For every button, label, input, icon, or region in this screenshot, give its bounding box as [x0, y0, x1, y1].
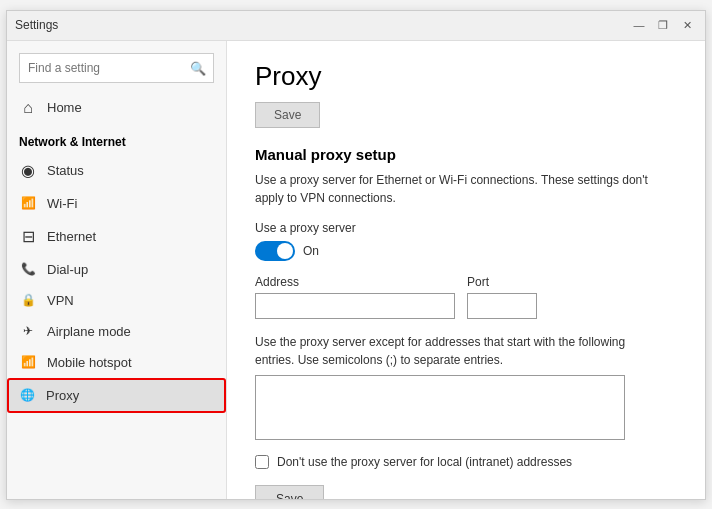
maximize-button[interactable]: ❐	[653, 15, 673, 35]
window-title: Settings	[15, 18, 58, 32]
search-icon: 🔍	[190, 60, 206, 75]
checkbox-row: Don't use the proxy server for local (in…	[255, 455, 677, 469]
sidebar-top: 🔍	[7, 41, 226, 91]
titlebar: Settings — ❐ ✕	[7, 11, 705, 41]
proxy-icon: 🌐	[18, 388, 36, 402]
sidebar-item-proxy[interactable]: 🌐 Proxy	[7, 378, 226, 413]
port-label: Port	[467, 275, 537, 289]
window-controls: — ❐ ✕	[629, 15, 697, 35]
sidebar-item-home[interactable]: ⌂ Home	[7, 91, 226, 125]
port-input[interactable]	[467, 293, 537, 319]
page-title: Proxy	[255, 61, 677, 92]
sidebar-item-airplane[interactable]: ✈ Airplane mode	[7, 316, 226, 347]
save-button[interactable]: Save	[255, 485, 324, 499]
content-area: 🔍 ⌂ Home Network & Internet ◉ Status 📶 W…	[7, 41, 705, 499]
sidebar-item-vpn-label: VPN	[47, 293, 74, 308]
search-input[interactable]	[19, 53, 214, 83]
port-field-group: Port	[467, 275, 537, 319]
sidebar-item-wifi[interactable]: 📶 Wi-Fi	[7, 188, 226, 219]
sidebar-item-hotspot[interactable]: 📶 Mobile hotspot	[7, 347, 226, 378]
section-title: Manual proxy setup	[255, 146, 677, 163]
address-row: Address Port	[255, 275, 677, 319]
main-content: Proxy Save Manual proxy setup Use a prox…	[227, 41, 705, 499]
wifi-icon: 📶	[19, 196, 37, 210]
home-icon: ⌂	[19, 99, 37, 117]
exceptions-description: Use the proxy server except for addresse…	[255, 333, 655, 369]
airplane-icon: ✈	[19, 324, 37, 338]
sidebar-item-hotspot-label: Mobile hotspot	[47, 355, 132, 370]
sidebar-item-home-label: Home	[47, 100, 82, 115]
sidebar-item-status-label: Status	[47, 163, 84, 178]
sidebar-item-airplane-label: Airplane mode	[47, 324, 131, 339]
sidebar-item-ethernet-label: Ethernet	[47, 229, 96, 244]
proxy-description: Use a proxy server for Ethernet or Wi-Fi…	[255, 171, 655, 207]
sidebar: 🔍 ⌂ Home Network & Internet ◉ Status 📶 W…	[7, 41, 227, 499]
ethernet-icon: ⊟	[19, 227, 37, 246]
settings-window: Settings — ❐ ✕ 🔍 ⌂ Home Network & Intern…	[6, 10, 706, 500]
search-wrapper: 🔍	[19, 53, 214, 83]
sidebar-item-ethernet[interactable]: ⊟ Ethernet	[7, 219, 226, 254]
proxy-toggle[interactable]	[255, 241, 295, 261]
sidebar-item-proxy-label: Proxy	[46, 388, 79, 403]
address-field-group: Address	[255, 275, 455, 319]
toggle-knob	[277, 243, 293, 259]
local-checkbox[interactable]	[255, 455, 269, 469]
vpn-icon: 🔒	[19, 293, 37, 307]
dialup-icon: 📞	[19, 262, 37, 276]
sidebar-section-title: Network & Internet	[7, 125, 226, 153]
close-button[interactable]: ✕	[677, 15, 697, 35]
save-top-button[interactable]: Save	[255, 102, 320, 128]
status-icon: ◉	[19, 161, 37, 180]
address-input[interactable]	[255, 293, 455, 319]
sidebar-item-vpn[interactable]: 🔒 VPN	[7, 285, 226, 316]
sidebar-item-wifi-label: Wi-Fi	[47, 196, 77, 211]
exceptions-textarea[interactable]	[255, 375, 625, 440]
toggle-state-label: On	[303, 244, 319, 258]
address-label: Address	[255, 275, 455, 289]
sidebar-item-dialup-label: Dial-up	[47, 262, 88, 277]
checkbox-label: Don't use the proxy server for local (in…	[277, 455, 572, 469]
toggle-label: Use a proxy server	[255, 221, 677, 235]
toggle-row: On	[255, 241, 677, 261]
sidebar-item-status[interactable]: ◉ Status	[7, 153, 226, 188]
minimize-button[interactable]: —	[629, 15, 649, 35]
hotspot-icon: 📶	[19, 355, 37, 369]
sidebar-item-dialup[interactable]: 📞 Dial-up	[7, 254, 226, 285]
